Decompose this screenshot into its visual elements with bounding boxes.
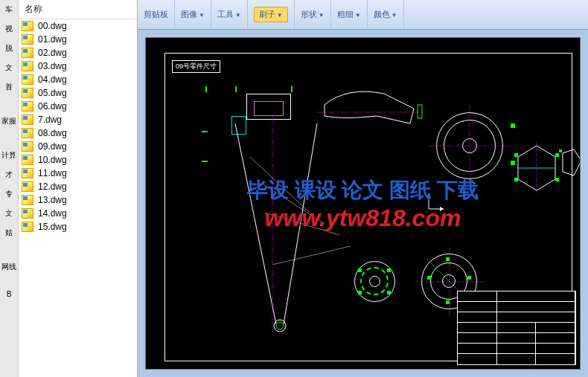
dwg-file-icon (22, 168, 33, 178)
svg-rect-21 (580, 159, 581, 162)
file-name-label: 03.dwg (38, 61, 67, 71)
canvas-area: 09号零件尺寸 (138, 30, 588, 377)
file-panel: 名称 00.dwg01.dwg02.dwg03.dwg04.dwg05.dwg0… (19, 0, 138, 377)
sidebar-tab-11[interactable]: 网线 (1, 259, 16, 275)
ribbon-image[interactable]: 图像▼ (175, 0, 211, 29)
file-item[interactable]: 10.dwg (19, 153, 137, 167)
sidebar-tab-4[interactable]: 首 (1, 79, 16, 95)
ribbon-thickness[interactable]: 粗细▼ (331, 0, 368, 29)
file-item[interactable]: 02.dwg (19, 46, 137, 59)
dwg-file-icon (22, 88, 33, 98)
file-item[interactable]: 06.dwg (19, 100, 137, 113)
sidebar-tab-6[interactable]: 计算 (1, 147, 16, 164)
ribbon-tools-label: 工具 (217, 10, 234, 19)
dwg-file-icon (22, 222, 33, 232)
ribbon-color[interactable]: 颜色▼ (368, 0, 404, 29)
dropdown-arrow-icon: ▼ (199, 12, 205, 19)
file-list: 00.dwg01.dwg02.dwg03.dwg04.dwg05.dwg06.d… (19, 19, 137, 377)
dwg-file-icon (22, 101, 33, 112)
sidebar-tab-2[interactable]: 脱 (1, 40, 16, 57)
file-name-label: 05.dwg (38, 88, 67, 98)
ribbon-shapes-label: 形状 (301, 10, 317, 19)
file-name-label: 12.dwg (38, 181, 67, 192)
svg-point-7 (274, 320, 286, 332)
dwg-file-icon (22, 208, 33, 219)
cad-title-label: 09号零件尺寸 (172, 60, 220, 73)
svg-line-0 (235, 123, 276, 324)
ribbon-shapes[interactable]: 形状▼ (295, 0, 331, 29)
dwg-file-icon (22, 21, 33, 31)
file-name-label: 09.dwg (38, 141, 67, 152)
cad-title-block (457, 291, 576, 365)
sidebar-tab-5[interactable]: 家服 (1, 113, 16, 129)
sidebar-tab-12[interactable]: B (1, 286, 16, 302)
file-item[interactable]: 08.dwg (19, 126, 137, 140)
file-item[interactable]: 7.dwg (19, 113, 137, 126)
file-name-label: 10.dwg (38, 155, 67, 165)
dwg-file-icon (22, 61, 33, 71)
file-panel-header[interactable]: 名称 (19, 0, 137, 19)
file-item[interactable]: 09.dwg (19, 140, 137, 153)
dropdown-arrow-icon: ▼ (277, 12, 283, 19)
file-name-label: 02.dwg (38, 48, 67, 58)
sidebar-tab-10[interactable]: 姑 (1, 225, 16, 241)
file-name-label: 11.dwg (38, 168, 67, 178)
file-item[interactable]: 14.dwg (19, 207, 137, 220)
file-item[interactable]: 11.dwg (19, 167, 137, 180)
file-item[interactable]: 03.dwg (19, 59, 137, 73)
dwg-file-icon (22, 195, 33, 205)
ribbon-brush[interactable]: 刷子▼ (248, 0, 295, 29)
dwg-file-icon (22, 34, 33, 45)
svg-line-4 (261, 183, 325, 224)
ribbon-clipboard-label: 剪贴板 (144, 9, 168, 20)
svg-line-6 (272, 246, 351, 265)
dwg-file-icon (22, 128, 33, 138)
file-item[interactable]: 15.dwg (19, 220, 137, 233)
file-item[interactable]: 05.dwg (19, 86, 137, 100)
cad-canvas[interactable]: 09号零件尺寸 (145, 37, 581, 370)
svg-rect-18 (514, 178, 518, 181)
svg-rect-16 (514, 153, 518, 157)
sidebar-tab-3[interactable]: 文 (1, 59, 16, 76)
main-area: 剪贴板 图像▼ 工具▼ 刷子▼ 形状▼ 粗细▼ 颜色▼ 09号零件尺寸 (138, 0, 588, 377)
svg-point-8 (276, 322, 284, 329)
file-name-label: 04.dwg (38, 74, 67, 85)
svg-line-5 (265, 213, 339, 235)
ribbon-toolbar: 剪贴板 图像▼ 工具▼ 刷子▼ 形状▼ 粗细▼ 颜色▼ (138, 0, 588, 30)
svg-line-3 (250, 157, 310, 213)
svg-marker-27 (440, 207, 444, 211)
ribbon-tools[interactable]: 工具▼ (211, 0, 248, 29)
dropdown-arrow-icon: ▼ (355, 12, 361, 19)
sidebar-tab-7[interactable]: 才 (1, 167, 16, 183)
file-item[interactable]: 13.dwg (19, 193, 137, 207)
dwg-file-icon (22, 115, 33, 125)
file-item[interactable]: 04.dwg (19, 73, 137, 86)
file-name-label: 14.dwg (38, 208, 67, 219)
dropdown-arrow-icon: ▼ (392, 12, 397, 19)
left-sidebar: 车 视 脱 文 首 家服 计算 才 专 文 姑 网线 B (0, 0, 19, 377)
dwg-file-icon (22, 181, 33, 192)
dropdown-arrow-icon: ▼ (235, 12, 241, 19)
svg-marker-28 (426, 194, 431, 198)
file-name-label: 01.dwg (38, 34, 67, 45)
ribbon-image-label: 图像 (181, 10, 197, 19)
cad-detail-view (559, 146, 581, 190)
sidebar-tab-1[interactable]: 视 (1, 21, 16, 37)
file-item[interactable]: 01.dwg (19, 33, 137, 46)
file-name-label: 15.dwg (38, 222, 67, 232)
ribbon-brush-label: 刷子 (259, 10, 275, 19)
sidebar-tab-0[interactable]: 车 (1, 1, 16, 18)
dwg-file-icon (22, 141, 33, 152)
svg-rect-20 (559, 149, 562, 152)
cad-hexagon-view (511, 142, 563, 194)
dwg-file-icon (22, 48, 33, 58)
ucs-icon (425, 190, 447, 213)
ribbon-clipboard[interactable]: 剪贴板 (138, 0, 175, 29)
dwg-file-icon (22, 74, 33, 85)
cad-section-view (317, 83, 429, 142)
sidebar-tab-8[interactable]: 专 (1, 186, 16, 202)
file-item[interactable]: 00.dwg (19, 19, 137, 33)
sidebar-tab-9[interactable]: 文 (1, 205, 16, 222)
svg-rect-10 (418, 105, 422, 118)
file-item[interactable]: 12.dwg (19, 180, 137, 193)
